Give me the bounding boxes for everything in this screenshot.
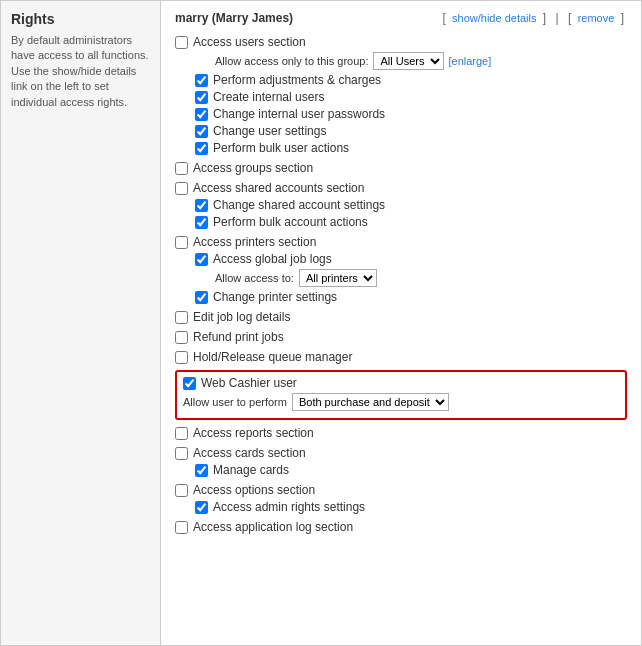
- access-shared-sub: Change shared account settings Perform b…: [195, 198, 627, 229]
- enlarge-link[interactable]: [enlarge]: [448, 55, 491, 67]
- create-internal-users-checkbox[interactable]: [195, 91, 208, 104]
- sidebar-title: Rights: [11, 11, 150, 27]
- purchase-deposit-select[interactable]: Both purchase and deposit: [292, 393, 449, 411]
- access-options-row: Access options section: [175, 483, 627, 497]
- perform-adjustments-checkbox[interactable]: [195, 74, 208, 87]
- change-printer-settings-label: Change printer settings: [213, 290, 337, 304]
- section-hold-release: Hold/Release queue manager: [175, 350, 627, 364]
- access-admin-rights-checkbox[interactable]: [195, 501, 208, 514]
- refund-print-checkbox[interactable]: [175, 331, 188, 344]
- access-cards-checkbox[interactable]: [175, 447, 188, 460]
- manage-cards-checkbox[interactable]: [195, 464, 208, 477]
- create-internal-users-row: Create internal users: [195, 90, 627, 104]
- perform-adjustments-label: Perform adjustments & charges: [213, 73, 381, 87]
- show-hide-link[interactable]: show/hide details: [452, 12, 536, 24]
- change-printer-settings-checkbox[interactable]: [195, 291, 208, 304]
- section-edit-job-log: Edit job log details: [175, 310, 627, 324]
- web-cashier-box: Web Cashier user Allow user to perform B…: [175, 370, 627, 420]
- access-printers-label: Access printers section: [193, 235, 316, 249]
- perform-adjustments-row: Perform adjustments & charges: [195, 73, 627, 87]
- web-cashier-checkbox[interactable]: [183, 377, 196, 390]
- access-groups-label: Access groups section: [193, 161, 313, 175]
- change-internal-passwords-row: Change internal user passwords: [195, 107, 627, 121]
- access-users-label: Access users section: [193, 35, 306, 49]
- access-app-log-row: Access application log section: [175, 520, 627, 534]
- section-access-cards: Access cards section Manage cards: [175, 446, 627, 477]
- change-user-settings-checkbox[interactable]: [195, 125, 208, 138]
- section-access-options: Access options section Access admin righ…: [175, 483, 627, 514]
- allow-access-to-row: Allow access to: All printers: [215, 269, 627, 287]
- access-admin-rights-row: Access admin rights settings: [195, 500, 627, 514]
- refund-print-label: Refund print jobs: [193, 330, 284, 344]
- refund-print-row: Refund print jobs: [175, 330, 627, 344]
- manage-cards-label: Manage cards: [213, 463, 289, 477]
- section-access-groups: Access groups section: [175, 161, 627, 175]
- web-cashier-row: Web Cashier user: [183, 376, 619, 390]
- access-app-log-checkbox[interactable]: [175, 521, 188, 534]
- change-printer-settings-row: Change printer settings: [195, 290, 627, 304]
- access-shared-label: Access shared accounts section: [193, 181, 364, 195]
- edit-job-log-checkbox[interactable]: [175, 311, 188, 324]
- access-printers-row: Access printers section: [175, 235, 627, 249]
- access-options-checkbox[interactable]: [175, 484, 188, 497]
- bracket-close: ]: [543, 11, 546, 25]
- remove-link[interactable]: remove: [578, 12, 615, 24]
- change-shared-account-row: Change shared account settings: [195, 198, 627, 212]
- bracket-open: [: [442, 11, 445, 25]
- change-shared-account-label: Change shared account settings: [213, 198, 385, 212]
- user-header: marry (Marry James) [ show/hide details …: [175, 11, 627, 25]
- section-access-users: Access users section Allow access only t…: [175, 35, 627, 155]
- change-shared-account-checkbox[interactable]: [195, 199, 208, 212]
- sidebar-description: By default administrators have access to…: [11, 33, 150, 110]
- perform-bulk-user-row: Perform bulk user actions: [195, 141, 627, 155]
- hold-release-checkbox[interactable]: [175, 351, 188, 364]
- main-content: marry (Marry James) [ show/hide details …: [161, 1, 641, 645]
- section-refund-print: Refund print jobs: [175, 330, 627, 344]
- web-cashier-label: Web Cashier user: [201, 376, 297, 390]
- perform-bulk-user-checkbox[interactable]: [195, 142, 208, 155]
- perform-bulk-account-checkbox[interactable]: [195, 216, 208, 229]
- access-shared-row: Access shared accounts section: [175, 181, 627, 195]
- all-printers-select[interactable]: All printers: [299, 269, 377, 287]
- access-groups-checkbox[interactable]: [175, 162, 188, 175]
- access-reports-label: Access reports section: [193, 426, 314, 440]
- access-admin-rights-label: Access admin rights settings: [213, 500, 365, 514]
- access-users-checkbox[interactable]: [175, 36, 188, 49]
- access-options-sub: Access admin rights settings: [195, 500, 627, 514]
- manage-cards-row: Manage cards: [195, 463, 627, 477]
- bracket-close2: ]: [621, 11, 624, 25]
- perform-bulk-user-label: Perform bulk user actions: [213, 141, 349, 155]
- allow-user-perform-row: Allow user to perform Both purchase and …: [183, 393, 619, 411]
- access-global-job-logs-label: Access global job logs: [213, 252, 332, 266]
- hold-release-row: Hold/Release queue manager: [175, 350, 627, 364]
- access-cards-row: Access cards section: [175, 446, 627, 460]
- bracket-open2: [: [568, 11, 571, 25]
- access-printers-sub: Access global job logs Allow access to: …: [195, 252, 627, 304]
- access-printers-checkbox[interactable]: [175, 236, 188, 249]
- section-access-shared: Access shared accounts section Change sh…: [175, 181, 627, 229]
- section-access-app-log: Access application log section: [175, 520, 627, 534]
- user-name: marry (Marry James): [175, 11, 293, 25]
- allow-access-only-label: Allow access only to this group:: [215, 55, 368, 67]
- edit-job-log-row: Edit job log details: [175, 310, 627, 324]
- edit-job-log-label: Edit job log details: [193, 310, 290, 324]
- create-internal-users-label: Create internal users: [213, 90, 324, 104]
- allow-user-perform-label: Allow user to perform: [183, 396, 287, 408]
- allow-access-only-row: Allow access only to this group: All Use…: [215, 52, 627, 70]
- section-access-reports: Access reports section: [175, 426, 627, 440]
- change-internal-passwords-label: Change internal user passwords: [213, 107, 385, 121]
- all-users-select[interactable]: All Users: [373, 52, 444, 70]
- perform-bulk-account-label: Perform bulk account actions: [213, 215, 368, 229]
- access-app-log-label: Access application log section: [193, 520, 353, 534]
- access-global-job-logs-checkbox[interactable]: [195, 253, 208, 266]
- change-internal-passwords-checkbox[interactable]: [195, 108, 208, 121]
- access-users-sub: Allow access only to this group: All Use…: [195, 52, 627, 155]
- access-groups-row: Access groups section: [175, 161, 627, 175]
- sidebar: Rights By default administrators have ac…: [1, 1, 161, 645]
- hold-release-label: Hold/Release queue manager: [193, 350, 352, 364]
- user-actions: [ show/hide details ] | [ remove ]: [439, 11, 627, 25]
- change-user-settings-label: Change user settings: [213, 124, 326, 138]
- change-user-settings-row: Change user settings: [195, 124, 627, 138]
- access-reports-checkbox[interactable]: [175, 427, 188, 440]
- access-shared-checkbox[interactable]: [175, 182, 188, 195]
